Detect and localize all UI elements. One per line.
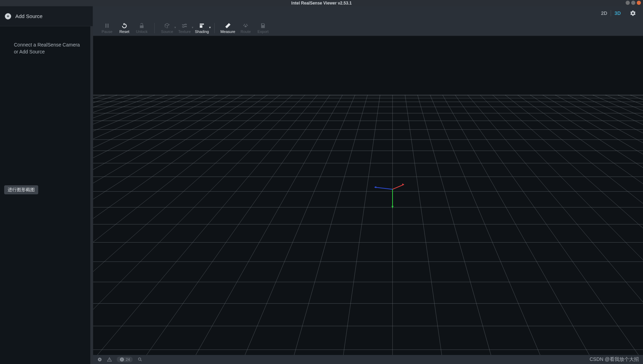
measure-label: Measure: [220, 29, 235, 34]
connect-line-1: Connect a RealSense Camera: [14, 42, 86, 49]
lock-icon: [139, 23, 145, 29]
info-icon: [119, 357, 124, 362]
cube-icon: [164, 23, 170, 29]
route-label: Route: [240, 29, 250, 34]
view-2d-button[interactable]: 2D: [597, 9, 611, 17]
view-toggle: 2D 3D: [597, 9, 624, 17]
texture-button[interactable]: Texture ▾: [176, 21, 193, 35]
connect-message: Connect a RealSense Camera or Add Source: [0, 26, 93, 55]
pause-label: Pause: [101, 29, 112, 34]
reset-label: Reset: [119, 29, 130, 34]
topbar: 2D 3D: [93, 6, 643, 20]
bottombar-left: 24: [97, 357, 142, 362]
ruler-icon: [225, 23, 231, 29]
texture-label: Texture: [178, 29, 191, 34]
source-label: Source: [161, 29, 173, 34]
warning-icon[interactable]: [107, 357, 112, 362]
screenshot-tooltip: 进行图形截图: [4, 185, 38, 194]
sidebar-scrollbar[interactable]: [90, 26, 93, 364]
3d-viewport[interactable]: [93, 36, 643, 355]
toolbar: Pause Reset Unlock Source ▾ Texture ▾: [93, 20, 643, 36]
reset-icon: [121, 23, 127, 29]
pause-button[interactable]: Pause: [99, 21, 115, 35]
pause-icon: [104, 23, 110, 29]
watermark: CSDN @看我放个大招: [590, 356, 639, 363]
chevron-down-icon: ▾: [209, 26, 211, 29]
unlock-label: Unlock: [136, 29, 148, 34]
export-button[interactable]: Export: [255, 21, 271, 35]
add-source-button[interactable]: + Add Source: [0, 6, 93, 26]
titlebar: Intel RealSense Viewer v2.53.1: [0, 0, 643, 6]
info-count-pill[interactable]: 24: [117, 357, 133, 362]
sidebar: + Add Source Connect a RealSense Camera …: [0, 6, 93, 364]
paw-icon: [242, 23, 249, 29]
source-button[interactable]: Source ▾: [159, 21, 175, 35]
window-controls: [626, 1, 641, 5]
viewport-svg: [93, 36, 643, 355]
close-button[interactable]: [637, 1, 641, 5]
connect-line-2: or Add Source: [14, 49, 86, 56]
shading-button[interactable]: Shading ▾: [193, 21, 210, 35]
route-button[interactable]: Route: [237, 21, 254, 35]
info-count: 24: [126, 357, 130, 362]
unlock-button[interactable]: Unlock: [133, 21, 150, 35]
toolbar-separator-1: [154, 23, 155, 33]
save-icon: [260, 23, 266, 29]
shading-label: Shading: [195, 29, 209, 34]
texture-icon: [181, 23, 188, 29]
svg-line-82: [141, 360, 142, 361]
gear-icon[interactable]: [630, 10, 636, 16]
main-area: 2D 3D Pause Reset Unlock Source: [93, 6, 643, 364]
maximize-button[interactable]: [631, 1, 635, 5]
toolbar-separator-2: [214, 23, 215, 33]
svg-rect-0: [93, 36, 643, 355]
view-3d-button[interactable]: 3D: [611, 9, 624, 17]
svg-point-81: [139, 358, 141, 360]
bottombar: 24 CSDN @看我放个大招: [93, 355, 643, 364]
window-title: Intel RealSense Viewer v2.53.1: [291, 1, 352, 6]
shading-icon: [199, 23, 205, 29]
reset-button[interactable]: Reset: [116, 21, 133, 35]
plus-circle-icon: +: [5, 13, 11, 19]
clear-icon[interactable]: [97, 357, 102, 362]
export-label: Export: [257, 29, 269, 34]
minimize-button[interactable]: [626, 1, 630, 5]
measure-button[interactable]: Measure: [219, 21, 237, 35]
search-icon[interactable]: [138, 357, 142, 362]
add-source-label: Add Source: [15, 13, 42, 19]
